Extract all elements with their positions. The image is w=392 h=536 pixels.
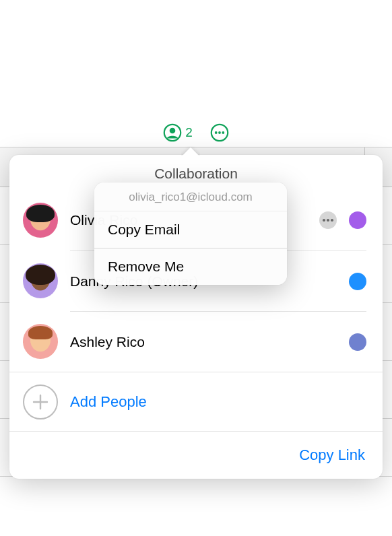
participant-more-button[interactable] [319,211,337,229]
copy-link-button[interactable]: Copy Link [299,446,365,464]
add-people-label: Add People [70,393,147,411]
context-menu-email: olivia_rico1@icloud.com [94,182,287,211]
toolbar: 2 [0,118,392,147]
add-people-button[interactable]: Add People [9,372,383,431]
participant-count: 2 [185,125,193,140]
avatar [23,263,58,298]
more-circle-icon [210,123,229,142]
svg-point-5 [222,131,224,134]
person-circle-icon [163,123,182,142]
avatar [23,324,58,359]
participant-row[interactable]: Ashley Rico [9,311,383,372]
avatar [23,203,58,238]
svg-point-3 [215,131,218,134]
svg-point-1 [170,127,176,133]
participant-color-dot [349,333,366,351]
context-menu-remove-me[interactable]: Remove Me [94,248,287,285]
popover-caret [181,146,200,156]
context-menu-copy-email[interactable]: Copy Email [94,211,287,248]
participant-color-dot [349,273,366,290]
plus-circle-icon [23,384,58,420]
collaboration-toolbar-button[interactable]: 2 [163,123,193,142]
more-toolbar-button[interactable] [210,123,229,142]
copy-link-row: Copy Link [9,431,383,479]
svg-point-4 [218,131,221,134]
participant-name: Ashley Rico [70,334,349,350]
context-menu: olivia_rico1@icloud.com Copy Email Remov… [94,182,287,285]
top-whitespace [0,0,392,118]
participant-color-dot [349,211,366,229]
